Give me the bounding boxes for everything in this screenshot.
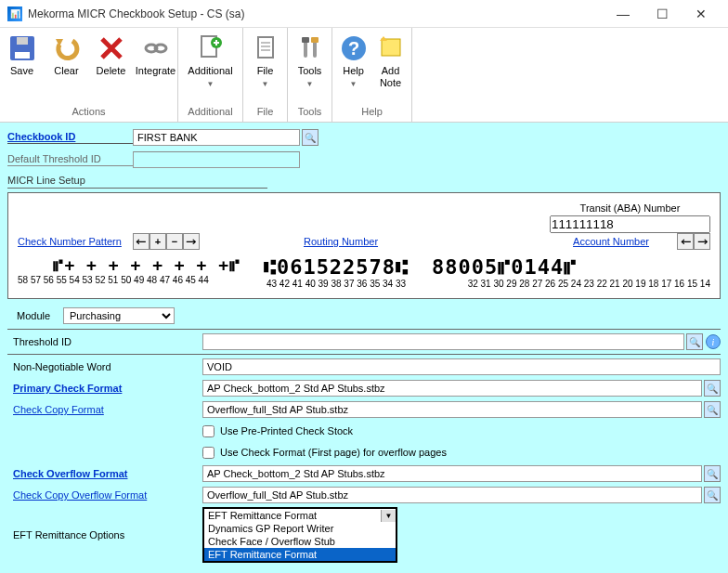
preprinted-label: Use Pre-Printed Check Stock [220,425,353,436]
svg-rect-1 [15,52,30,59]
routing-number-label[interactable]: Routing Number [304,236,378,247]
tools-group-label: Tools [290,103,330,120]
help-button[interactable]: ? Help▼ [335,32,372,92]
undo-icon [52,33,82,63]
svg-rect-11 [311,37,318,43]
overflow-copy-lookup-button[interactable]: 🔍 [704,487,721,503]
svg-text:?: ? [347,38,358,59]
eft-option-0[interactable]: Dynamics GP Report Writer [204,522,396,535]
micr-panel: Transit (ABA) Number Check Number Patter… [7,192,721,299]
eft-option-2[interactable]: EFT Remittance Format [204,548,396,561]
file-group-label: File [245,103,285,120]
routing-glyphs: ⑆061522578⑆ [240,255,432,279]
primary-format-field[interactable]: AP Check_bottom_2 Std AP Stubs.stbz [202,380,702,397]
file-icon [251,33,280,63]
link-icon [141,33,171,63]
account-left-button[interactable]: 🡐 [677,233,694,250]
transit-number-input[interactable] [550,215,710,233]
threshold-lookup-button[interactable]: 🔍 [686,333,703,350]
non-negotiable-label: Non-Negotiable Word [7,361,202,372]
delete-icon [97,33,126,63]
module-label: Module [7,310,63,321]
transit-number-label[interactable]: Transit (ABA) Number [550,202,710,214]
pattern-right-button[interactable]: 🡒 [183,233,200,250]
micr-setup-label: MICR Line Setup [7,175,267,189]
checkbook-id-field[interactable]: FIRST BANK [133,129,300,146]
pattern-left-button[interactable]: 🡐 [133,233,150,250]
tools-icon [295,33,325,63]
additional-group-label: Additional [180,103,240,120]
overflow-format-field[interactable]: AP Check_bottom_2 Std AP Stubs.stbz [202,465,702,482]
chevron-down-icon: ▼ [262,80,269,88]
svg-rect-10 [302,37,309,43]
maximize-button[interactable]: ☐ [643,1,682,27]
overflow-format-lookup-button[interactable]: 🔍 [704,465,721,482]
check-copy-lookup-button[interactable]: 🔍 [704,401,721,418]
chevron-down-icon: ▼ [381,510,396,522]
primary-format-lookup-button[interactable]: 🔍 [704,380,721,397]
help-icon: ? [339,33,369,63]
account-right-button[interactable]: 🡒 [694,233,710,250]
add-note-button[interactable]: Add Note [372,32,410,92]
account-number-label[interactable]: Account Number [573,236,649,247]
close-button[interactable]: ✕ [682,1,721,27]
window-title: Mekorma MICR Checkbook Setup - CS (sa) [28,7,604,20]
tools-button[interactable]: Tools▼ [288,32,332,92]
eft-options-label: EFT Remittance Options [7,529,202,540]
check-pattern-positions: 58 57 56 55 54 53 52 51 50 49 48 47 46 4… [18,275,240,285]
preprinted-checkbox[interactable] [202,425,214,437]
check-copy-field[interactable]: Overflow_full_Std AP Stub.stbz [202,401,702,418]
overflow-format-label[interactable]: Check Overflow Format [7,468,202,479]
svg-rect-7 [258,37,273,58]
module-select[interactable]: Purchasing [63,307,175,324]
routing-positions: 43 42 41 40 39 38 37 36 35 34 33 [240,279,432,289]
overflow-copy-field[interactable]: Overflow_full_Std AP Stub.stbz [202,487,702,503]
checkbook-lookup-button[interactable]: 🔍 [302,129,318,146]
svg-rect-14 [382,39,400,56]
overflow-first-checkbox[interactable] [202,447,214,459]
default-threshold-field [133,151,300,168]
save-button[interactable]: Save [0,32,45,79]
file-button[interactable]: File▼ [243,32,288,92]
ribbon: Save Clear Delete Integrate Actions Addi… [0,28,728,123]
content-area: Checkbook ID FIRST BANK 🔍 Default Thresh… [0,123,728,573]
overflow-first-label: Use Check Format (First page) for overfl… [220,447,447,458]
eft-options-value: EFT Remittance Format [204,509,381,522]
help-group-label: Help [334,103,410,120]
integrate-button[interactable]: Integrate [134,32,178,79]
primary-format-label[interactable]: Primary Check Format [7,383,202,394]
account-glyphs: 88005⑈0144⑈ [432,255,710,279]
svg-rect-2 [17,37,28,45]
overflow-copy-label[interactable]: Check Copy Overflow Format [7,489,202,501]
checkbook-id-label[interactable]: Checkbook ID [7,131,133,144]
additional-button[interactable]: Additional▼ [180,32,241,92]
account-positions: 32 31 30 29 28 27 26 25 24 23 22 21 20 1… [432,279,710,289]
eft-options-dropdown[interactable]: EFT Remittance Format ▼ Dynamics GP Repo… [202,507,397,563]
app-icon: 📊 [7,7,22,21]
check-pattern-glyphs: ⑈+ + + + + + + +⑈ [18,255,240,275]
default-threshold-label: Default Threshold ID [7,153,133,166]
note-icon [376,33,406,63]
actions-group-label: Actions [2,103,176,120]
title-bar: 📊 Mekorma MICR Checkbook Setup - CS (sa)… [0,0,728,28]
chevron-down-icon: ▼ [350,80,358,88]
check-copy-label[interactable]: Check Copy Format [7,404,202,415]
eft-option-1[interactable]: Check Face / Overflow Stub [204,535,396,548]
clear-button[interactable]: Clear [45,32,89,79]
threshold-info-button[interactable]: i [706,334,721,349]
delete-button[interactable]: Delete [89,32,134,79]
chevron-down-icon: ▼ [207,80,214,88]
non-negotiable-field[interactable]: VOID [202,358,721,375]
save-icon [7,33,37,63]
chevron-down-icon: ▼ [306,80,314,88]
pattern-plus-button[interactable]: + [150,233,166,250]
pattern-minus-button[interactable]: − [166,233,183,250]
threshold-id-label: Threshold ID [7,336,202,347]
document-add-icon [196,33,226,63]
threshold-id-field[interactable] [202,333,684,350]
minimize-button[interactable]: — [604,1,643,27]
check-number-pattern-label[interactable]: Check Number Pattern [18,236,122,247]
